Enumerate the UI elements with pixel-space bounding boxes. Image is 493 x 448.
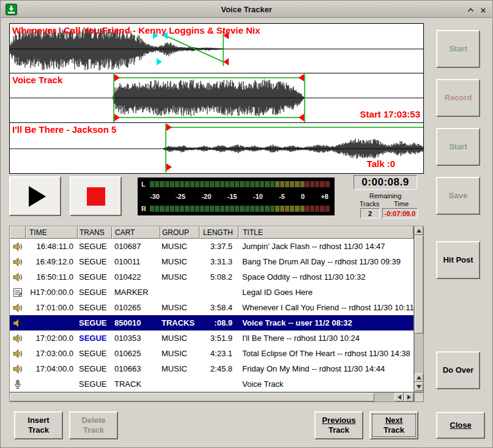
tracks-remaining-value: 2 (360, 208, 380, 218)
cell-trans: SEGUE (78, 334, 112, 343)
end-marker-icon[interactable] (223, 58, 229, 65)
led-segment (205, 206, 209, 212)
led-segment (280, 206, 284, 212)
hit-post-button[interactable]: Hit Post (436, 241, 480, 279)
led-segment (215, 181, 219, 187)
track-title: Voice Track (12, 75, 62, 85)
next-track-button[interactable]: Next Track (369, 411, 418, 439)
start-marker-icon[interactable] (166, 163, 172, 171)
led-segment (250, 181, 254, 187)
waveform (163, 138, 423, 159)
marker-icon (10, 288, 26, 297)
scroll-right-button[interactable] (404, 393, 413, 401)
cell-time: 17:02:00.0 (26, 334, 78, 343)
speaker-icon (10, 349, 26, 359)
segue-marker-icon[interactable] (157, 58, 162, 65)
track-panel-2[interactable]: Voice Track Start 17:03:53 (10, 73, 423, 123)
led-segment (245, 206, 250, 212)
button-label: Track (384, 425, 404, 435)
speaker-icon (10, 334, 26, 343)
cell-time: 17:01:00.0 (26, 303, 78, 312)
horizontal-scroll-thumb[interactable] (10, 393, 374, 401)
end-marker-icon[interactable] (298, 74, 304, 81)
previous-track-button[interactable]: Previous Track (314, 411, 363, 439)
led-segment (310, 206, 314, 212)
led-segment (250, 206, 254, 212)
cell-time: 16:49:12.0 (26, 257, 78, 266)
led-segment (325, 181, 330, 187)
cell-title: Jumpin' Jack Flash -- rdhost 11/30 14:47 (239, 242, 413, 251)
log-row[interactable]: 17:04:00.0SEGUE010663MUSIC2:45.8Friday O… (10, 361, 413, 376)
scroll-left-button[interactable] (395, 393, 404, 401)
led-segment (235, 206, 239, 212)
cell-time: 17:04:00.0 (26, 364, 78, 373)
button-label: Save (449, 191, 467, 201)
titlebar[interactable]: Voice Tracker × (1, 1, 492, 18)
close-button[interactable]: Close (436, 412, 485, 439)
close-window-button[interactable]: × (478, 4, 489, 15)
led-segment (275, 206, 280, 212)
scroll-up-button-2[interactable] (415, 373, 423, 382)
log-row[interactable]: 17:03:00.0SEGUE010625MUSIC4:23.1Total Ec… (10, 346, 413, 361)
cell-title: Voice Track (239, 379, 413, 389)
log-row[interactable]: 17:02:00.0SEGUE010353MUSIC3:51.9I'll Be … (10, 330, 413, 346)
button-label: Insert (28, 416, 49, 425)
cell-cart: 010687 (112, 242, 160, 251)
cell-trans: SEGUE (78, 272, 112, 282)
scroll-up-button[interactable] (415, 226, 423, 235)
cell-title: I'll Be There -- rdhost 11/30 10:24 (239, 334, 413, 343)
led-segment (180, 206, 184, 212)
play-button[interactable] (9, 176, 61, 216)
led-segment (210, 206, 214, 212)
led-segment (270, 181, 275, 187)
cell-group: MUSIC (160, 303, 199, 312)
shade-button[interactable] (465, 4, 476, 15)
horizontal-scrollbar[interactable] (9, 392, 414, 402)
led-segment (200, 181, 204, 187)
cell-cart: 010422 (112, 272, 160, 282)
led-segment (185, 181, 189, 187)
button-label: Track (28, 425, 49, 435)
left-channel-label: L (141, 181, 150, 188)
arrow-up-icon (417, 376, 421, 379)
log-row[interactable]: 16:49:12.0SEGUE010011MUSIC3:31.3Bang The… (10, 254, 413, 269)
log-row[interactable]: 16:50:11.0SEGUE010422MUSIC5:08.2Space Od… (10, 269, 413, 285)
button-label: Next (385, 416, 402, 425)
track-panel-1[interactable]: Whenever I Call You Friend - Kenny Loggi… (10, 24, 423, 73)
led-segment (275, 181, 280, 187)
led-segment (240, 206, 244, 212)
time-remaining-value: -0:07:09.0 (382, 208, 418, 218)
led-segment (225, 181, 229, 187)
stop-button[interactable] (70, 176, 122, 216)
start-marker-icon[interactable] (166, 124, 172, 131)
insert-track-button[interactable]: Insert Track (14, 411, 63, 439)
cell-title: Friday On My Mind -- rdhost 11/30 14:44 (239, 364, 413, 373)
vertical-scrollbar[interactable] (414, 226, 424, 392)
led-segment (290, 206, 294, 212)
arrow-down-icon (417, 385, 421, 389)
log-row[interactable]: SEGUE850010TRACKS:08.9Voice Track -- use… (10, 315, 413, 330)
cell-title: Whenever I Call You Friend -- rdhost 11/… (239, 303, 413, 312)
start-button-track2: Start (436, 128, 480, 166)
track-panel-3[interactable]: I'll Be There - Jackson 5 Talk :0 (10, 123, 423, 173)
log-row[interactable]: SEGUETRACKVoice Track (10, 376, 413, 392)
log-row[interactable]: 16:48:11.0SEGUE010687MUSIC3:37.5Jumpin' … (10, 239, 413, 254)
do-over-button[interactable]: Do Over (436, 351, 480, 389)
led-segment (265, 206, 269, 212)
speaker-icon (10, 257, 26, 267)
waveform (113, 80, 304, 117)
button-label: Previous (322, 416, 356, 425)
start-marker-icon[interactable] (114, 114, 120, 121)
cell-length: 3:31.3 (199, 257, 239, 266)
button-label: Record (445, 93, 472, 103)
scroll-down-button[interactable] (415, 383, 423, 391)
vertical-scroll-thumb[interactable] (415, 236, 423, 334)
start-marker-icon[interactable] (114, 74, 120, 81)
led-segment (160, 206, 164, 212)
cell-trans: SEGUE (78, 379, 112, 389)
header-title: TITLE (239, 226, 413, 239)
end-marker-icon[interactable] (298, 114, 304, 121)
log-row[interactable]: H17:00:00.0SEGUEMARKERLegal ID Goes Here (10, 285, 413, 300)
log-row[interactable]: 17:01:00.0SEGUE010265MUSIC3:58.4Whenever… (10, 300, 413, 315)
cell-trans: SEGUE (78, 257, 112, 266)
